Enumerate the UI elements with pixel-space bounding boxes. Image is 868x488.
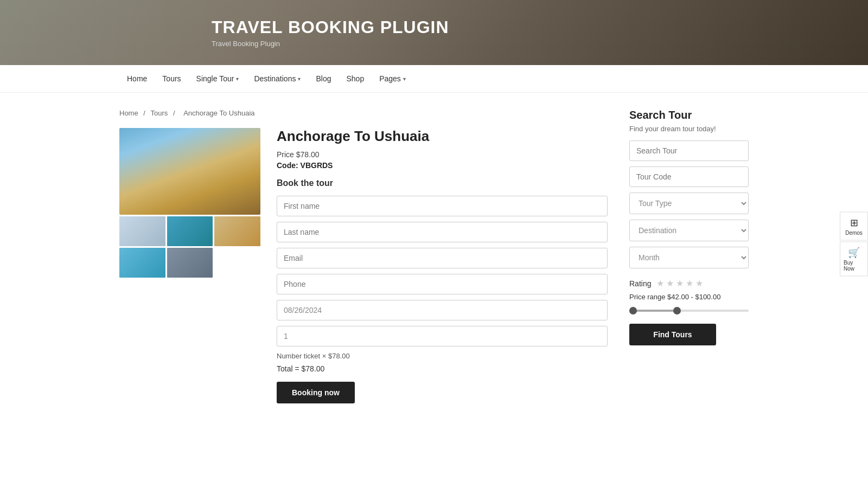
rating-label: Rating <box>629 279 651 288</box>
month-select[interactable]: Month January February March April May J… <box>629 247 749 268</box>
hero-content: TRAVEL BOOKING PLUGIN Travel Booking Plu… <box>212 17 449 48</box>
cart-icon: 🛒 <box>848 247 860 259</box>
tour-code: Code: VBGRDS <box>277 161 608 170</box>
chevron-down-icon: ▾ <box>403 76 406 82</box>
breadcrumb-current: Anchorage To Ushuaia <box>183 109 254 117</box>
demos-label: Demos <box>845 230 863 236</box>
total-info: Total = $78.00 <box>277 364 608 373</box>
destination-select[interactable]: Destination South America North America … <box>629 220 749 241</box>
nav-pages[interactable]: Pages ▾ <box>372 65 413 92</box>
last-name-group <box>277 222 608 242</box>
sidebar-subtitle: Find your dream tour today! <box>629 125 749 133</box>
search-tour-input[interactable] <box>629 140 749 161</box>
quantity-group <box>277 326 608 346</box>
gallery-thumb-2[interactable] <box>167 216 213 246</box>
tour-price-value: $78.00 <box>296 150 320 159</box>
phone-input[interactable] <box>277 274 608 294</box>
chevron-down-icon: ▾ <box>298 76 301 82</box>
range-handle-max[interactable] <box>673 307 681 314</box>
nav-home[interactable]: Home <box>119 65 155 92</box>
nav-blog[interactable]: Blog <box>308 65 339 92</box>
star-1[interactable]: ★ <box>656 279 664 288</box>
gallery-thumb-4[interactable] <box>119 248 165 278</box>
tour-type-select[interactable]: Tour Type Adventure Cultural Beach Mount… <box>629 192 749 214</box>
first-name-group <box>277 196 608 216</box>
breadcrumb: Home / Tours / Anchorage To Ushuaia <box>119 109 608 117</box>
nav-single-tour[interactable]: Single Tour ▾ <box>189 65 247 92</box>
price-range-section: Price range $42.00 - $100.00 <box>629 293 749 301</box>
tour-code-input[interactable] <box>629 166 749 187</box>
ticket-info: Number ticket × $78.00 <box>277 352 608 360</box>
demos-button[interactable]: ⊞ Demos <box>840 212 868 241</box>
star-rating[interactable]: ★ ★ ★ ★ ★ <box>656 279 703 288</box>
star-4[interactable]: ★ <box>686 279 693 288</box>
float-panel: ⊞ Demos 🛒 Buy Now <box>840 212 868 277</box>
gallery-thumb-3[interactable] <box>214 216 260 246</box>
layers-icon: ⊞ <box>850 217 858 229</box>
price-range-label: Price range <box>629 293 665 301</box>
nav-shop[interactable]: Shop <box>339 65 372 92</box>
search-sidebar: Search Tour Find your dream tour today! … <box>629 109 749 403</box>
tour-title: Anchorage To Ushuaia <box>277 128 608 145</box>
star-3[interactable]: ★ <box>676 279 684 288</box>
booking-now-button[interactable]: Booking now <box>277 382 355 403</box>
main-photo <box>119 128 260 215</box>
content-area: Home / Tours / Anchorage To Ushuaia <box>119 109 608 403</box>
star-2[interactable]: ★ <box>666 279 674 288</box>
nav-inner: Home Tours Single Tour ▾ Destinations ▾ … <box>108 65 760 92</box>
buy-now-label: Buy Now <box>844 260 864 272</box>
sidebar-title: Search Tour <box>629 109 749 121</box>
hero-title: TRAVEL BOOKING PLUGIN <box>212 17 449 37</box>
breadcrumb-home[interactable]: Home <box>119 109 138 117</box>
nav-tours[interactable]: Tours <box>155 65 188 92</box>
tour-section: Anchorage To Ushuaia Price $78.00 Code: … <box>119 128 608 403</box>
tour-price: Price $78.00 <box>277 150 608 159</box>
breadcrumb-sep2: / <box>173 109 177 117</box>
tour-code-value: VBGRDS <box>301 161 333 170</box>
phone-group <box>277 274 608 294</box>
breadcrumb-sep1: / <box>143 109 147 117</box>
gallery-thumbnails <box>119 216 260 278</box>
main-content: Home / Tours / Anchorage To Ushuaia <box>108 93 760 420</box>
email-input[interactable] <box>277 248 608 268</box>
quantity-input[interactable] <box>277 326 608 346</box>
buy-now-button[interactable]: 🛒 Buy Now <box>840 242 868 277</box>
email-group <box>277 248 608 268</box>
gallery-thumb-1[interactable] <box>119 216 165 246</box>
tour-details: Anchorage To Ushuaia Price $78.00 Code: … <box>277 128 608 403</box>
last-name-input[interactable] <box>277 222 608 242</box>
price-range-slider[interactable] <box>629 305 749 316</box>
gallery-main-image[interactable] <box>119 128 260 215</box>
tour-gallery <box>119 128 260 278</box>
find-tours-button[interactable]: Find Tours <box>629 324 716 345</box>
range-handle-min[interactable] <box>629 307 637 314</box>
hero-section: TRAVEL BOOKING PLUGIN Travel Booking Plu… <box>0 0 868 65</box>
chevron-down-icon: ▾ <box>236 76 239 82</box>
breadcrumb-tours[interactable]: Tours <box>151 109 168 117</box>
price-range-value: $42.00 - $100.00 <box>667 293 720 301</box>
gallery-thumb-5[interactable] <box>167 248 213 278</box>
first-name-input[interactable] <box>277 196 608 216</box>
main-nav: Home Tours Single Tour ▾ Destinations ▾ … <box>0 65 868 93</box>
hero-subtitle: Travel Booking Plugin <box>212 40 449 48</box>
rating-section: Rating ★ ★ ★ ★ ★ <box>629 278 749 288</box>
nav-destinations[interactable]: Destinations ▾ <box>246 65 308 92</box>
star-5[interactable]: ★ <box>695 279 703 288</box>
date-group <box>277 300 608 320</box>
book-title: Book the tour <box>277 178 608 188</box>
date-input[interactable] <box>277 300 608 320</box>
